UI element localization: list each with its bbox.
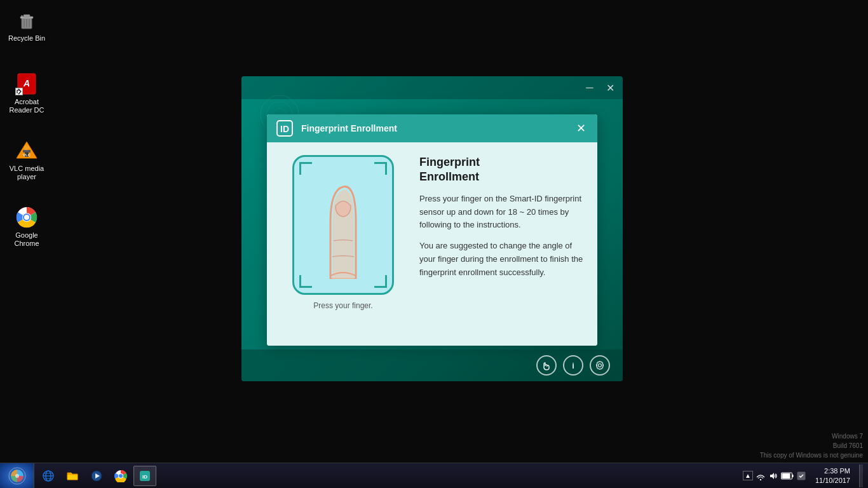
svg-text:VLC: VLC [23, 153, 31, 157]
svg-point-50 [119, 474, 123, 478]
svg-point-53 [760, 478, 761, 480]
svg-point-40 [15, 474, 19, 478]
acrobat-icon: A [15, 72, 38, 95]
svg-point-14 [24, 146, 29, 151]
power-icon[interactable] [781, 471, 794, 480]
enrollment-desc-2: You are suggested to change the angle of… [419, 240, 585, 279]
fingerprint-outer-bottom-bar: i [241, 349, 623, 381]
fingerprint-inner-dialog: ID Fingerprint Enrollment ✕ [267, 114, 597, 346]
svg-point-38 [599, 364, 602, 367]
clock-time: 2:38 PM [815, 466, 850, 475]
desktop-icon-vlc[interactable]: VLC VLC media player [3, 135, 51, 185]
outer-minimize-button[interactable]: ─ [582, 80, 597, 95]
tray-expand-button[interactable]: ▲ [743, 471, 753, 480]
network-icon[interactable] [756, 471, 766, 481]
vlc-icon: VLC [15, 139, 38, 162]
svg-text:ID: ID [142, 474, 147, 480]
chrome-icon [15, 206, 38, 229]
desktop-icon-acrobat[interactable]: A Acrobat Reader DC [3, 69, 51, 118]
clock-date: 11/10/2017 [815, 476, 850, 485]
enrollment-desc-1: Press your finger on the Smart-ID finger… [419, 193, 585, 232]
outer-window-controls: ─ ✕ [582, 80, 618, 95]
enrollment-title: Fingerprint Enrollment [419, 155, 585, 185]
scanner-corner-br [374, 275, 387, 288]
scanner-corner-bl [299, 275, 312, 288]
svg-text:ID: ID [280, 124, 289, 134]
fingerprint-dialog-titlebar: ID Fingerprint Enrollment ✕ [267, 114, 597, 142]
fingerprint-dialog-content: Press your finger. Fingerprint Enrollmen… [267, 142, 597, 346]
svg-rect-6 [21, 15, 23, 17]
bottom-icon-hand[interactable] [536, 355, 557, 376]
svg-marker-54 [770, 473, 774, 479]
show-desktop-button[interactable] [859, 464, 863, 487]
taskbar-chrome-button[interactable] [109, 466, 132, 486]
taskbar-explorer-button[interactable] [61, 466, 84, 486]
fingerprint-outer-titlebar: ─ ✕ [241, 76, 623, 99]
desktop-icon-chrome[interactable]: Google Chrome [3, 202, 51, 252]
fingerprint-dialog-close-button[interactable]: ✕ [572, 119, 590, 137]
desktop-icon-recycle-bin[interactable]: Recycle Bin [3, 5, 51, 46]
fingerprint-visual-area: Press your finger. [280, 155, 407, 333]
svg-text:A: A [23, 78, 30, 88]
bottom-icon-info[interactable]: i [563, 355, 583, 376]
system-tray: ▲ [743, 471, 806, 481]
svg-rect-57 [792, 475, 793, 477]
svg-rect-56 [782, 473, 790, 478]
acrobat-label: Acrobat Reader DC [9, 98, 44, 114]
scanner-corner-tr [374, 162, 387, 175]
notification-icon[interactable] [796, 471, 806, 481]
taskbar-apps: ID [34, 466, 738, 486]
start-button[interactable] [0, 463, 34, 489]
taskbar-media-player-button[interactable] [85, 466, 108, 486]
fingerprint-text-area: Fingerprint Enrollment Press your finger… [419, 155, 585, 333]
system-clock[interactable]: 2:38 PM 11/10/2017 [810, 466, 855, 485]
taskbar: ID ▲ [0, 463, 868, 488]
taskbar-right: ▲ [738, 463, 868, 489]
fingerprint-logo: ID [275, 118, 295, 139]
outer-close-button[interactable]: ✕ [602, 80, 618, 95]
windows-watermark: Windows 7 Build 7601 This copy of Window… [760, 431, 863, 460]
recycle-bin-label: Recycle Bin [8, 34, 45, 43]
taskbar-smartid-button[interactable]: ID [133, 466, 156, 486]
recycle-bin-icon [15, 9, 38, 32]
fingerprint-scanner-box [292, 155, 394, 295]
scanner-corner-tl [299, 162, 312, 175]
volume-icon[interactable] [768, 471, 778, 481]
chrome-label: Google Chrome [14, 231, 39, 248]
fingerprint-dialog-title: Fingerprint Enrollment [301, 123, 572, 133]
finger-illustration [308, 171, 378, 279]
fingerprint-outer-window: ─ ✕ ID Fingerprint Enrollment ✕ [241, 76, 623, 381]
bottom-icon-settings[interactable] [590, 355, 610, 376]
svg-rect-2 [24, 15, 30, 17]
bottom-icons: i [536, 355, 610, 376]
press-finger-label: Press your finger. [313, 301, 372, 310]
vlc-label: VLC media player [10, 165, 44, 181]
taskbar-ie-button[interactable] [37, 466, 60, 486]
svg-point-19 [24, 215, 29, 220]
